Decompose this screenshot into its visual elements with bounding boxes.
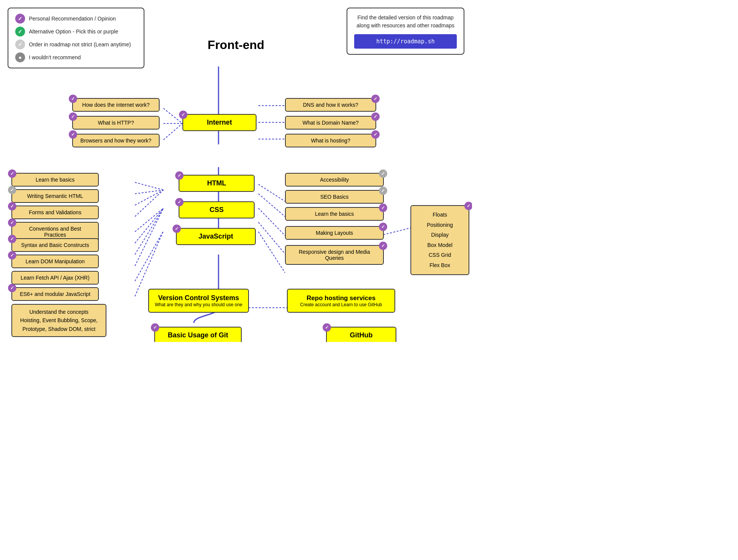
svg-line-9 <box>135 190 163 217</box>
seo-badge: ✓ <box>379 187 387 195</box>
svg-line-12 <box>135 208 163 255</box>
dom-badge: ✓ <box>8 251 16 259</box>
syntax-box: ✓ Syntax and Basic Constructs <box>11 238 99 252</box>
svg-line-14 <box>135 231 163 281</box>
svg-line-7 <box>135 190 163 194</box>
internet-badge: ✓ <box>179 111 187 119</box>
main-title: Front-end <box>207 38 264 52</box>
html-node: ✓ HTML <box>179 175 255 192</box>
legend-item-purple: ✓ Personal Recommendation / Opinion <box>15 14 137 24</box>
legend-item-gray-light: ✓ Order in roadmap not strict (Learn any… <box>15 40 137 49</box>
green-check-icon: ✓ <box>15 27 25 36</box>
fetch-box: Learn Fetch API / Ajax (XHR) <box>11 271 99 285</box>
svg-line-6 <box>135 182 163 190</box>
github-node: ✓ GitHub <box>326 327 396 342</box>
gray-light-check-icon: ✓ <box>15 40 25 49</box>
legend: ✓ Personal Recommendation / Opinion ✓ Al… <box>8 8 144 68</box>
forms-box: ✓ Forms and Validations <box>11 206 99 219</box>
hosting-badge: ✓ <box>371 130 380 139</box>
syntax-badge: ✓ <box>8 235 16 243</box>
responsive-box: ✓ Responsive design and Media Queries <box>285 245 384 265</box>
es6-badge: ✓ <box>8 284 16 292</box>
svg-line-17 <box>258 194 285 217</box>
how-internet-box: ✓ How does the internet work? <box>72 98 160 112</box>
accessibility-badge: ✓ <box>379 169 387 178</box>
http-box: ✓ What is HTTP? <box>72 116 160 130</box>
browsers-box: ✓ Browsers and how they work? <box>72 134 160 147</box>
dns-badge: ✓ <box>371 95 380 103</box>
svg-line-19 <box>258 222 285 254</box>
how-internet-badge: ✓ <box>69 95 77 103</box>
css-node: ✓ CSS <box>179 201 255 218</box>
understand-box: Understand the concepts Hoisting, Event … <box>11 304 106 337</box>
git-node: ✓ Basic Usage of Git <box>154 327 242 342</box>
dark-gray-icon: ● <box>15 52 25 62</box>
es6-box: ✓ ES6+ and modular JavaScript <box>11 287 99 301</box>
accessibility-box: ✓ Accessibility <box>285 173 384 187</box>
svg-line-20 <box>258 232 285 273</box>
git-badge: ✓ <box>151 323 159 332</box>
seo-box: ✓ SEO Basics <box>285 190 384 204</box>
http-badge: ✓ <box>69 112 77 121</box>
css-basics-badge: ✓ <box>379 204 387 212</box>
css-basics-box: ✓ Learn the basics <box>285 207 384 221</box>
floats-badge: ✓ <box>464 202 472 210</box>
svg-line-16 <box>258 184 285 201</box>
svg-line-15 <box>135 231 163 296</box>
forms-badge: ✓ <box>8 202 16 210</box>
svg-line-10 <box>135 208 163 232</box>
html-badge: ✓ <box>175 171 184 180</box>
html-basics-badge: ✓ <box>8 169 16 178</box>
svg-line-11 <box>135 208 163 243</box>
repo-node: Repo hosting services Create account and… <box>287 289 395 313</box>
html-basics-box: ✓ Learn the basics <box>11 173 99 187</box>
layouts-box: ✓ Making Layouts <box>285 226 384 240</box>
dns-box: ✓ DNS and how it works? <box>285 98 376 112</box>
vcs-node: Version Control Systems What are they an… <box>148 289 249 313</box>
layouts-badge: ✓ <box>379 223 387 231</box>
semantic-html-box: ✓ Writing Semantic HTML <box>11 189 99 203</box>
hosting-box: ✓ What is hosting? <box>285 134 376 147</box>
legend-item-green: ✓ Alternative Option - Pick this or purp… <box>15 27 137 36</box>
domain-box: ✓ What is Domain Name? <box>285 116 376 130</box>
purple-check-icon: ✓ <box>15 14 25 24</box>
internet-node: Internet ✓ <box>182 114 257 131</box>
info-description: Find the detailed version of this roadma… <box>354 14 457 30</box>
dom-box: ✓ Learn DOM Manipulation <box>11 255 99 268</box>
legend-item-dark-gray: ● I wouldn't recommend <box>15 52 137 62</box>
svg-line-18 <box>258 208 285 236</box>
conventions-badge: ✓ <box>8 218 16 227</box>
svg-line-13 <box>135 208 163 266</box>
info-link[interactable]: http://roadmap.sh <box>354 34 457 49</box>
css-badge: ✓ <box>175 198 184 206</box>
svg-line-8 <box>135 190 163 205</box>
svg-line-2 <box>163 123 182 140</box>
info-box: Find the detailed version of this roadma… <box>347 8 464 55</box>
js-badge: ✓ <box>173 225 181 233</box>
github-badge: ✓ <box>323 323 331 332</box>
domain-badge: ✓ <box>371 112 380 121</box>
semantic-badge: ✓ <box>8 186 16 194</box>
js-node: ✓ JavaScript <box>176 228 256 245</box>
floats-box: ✓ Floats Positioning Display Box Model C… <box>410 205 469 275</box>
browsers-badge: ✓ <box>69 130 77 139</box>
responsive-badge: ✓ <box>379 242 387 250</box>
